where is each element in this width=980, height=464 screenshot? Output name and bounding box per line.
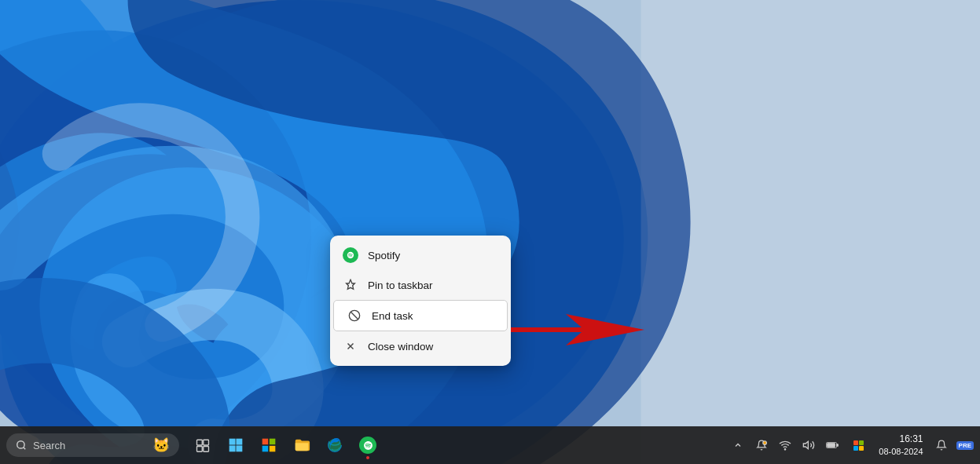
search-label: Search	[33, 440, 65, 451]
store-icon	[261, 437, 277, 453]
taskbar-file-explorer[interactable]	[286, 429, 317, 461]
search-icon	[16, 440, 27, 451]
menu-item-close-window[interactable]: Close window	[330, 331, 511, 361]
svg-line-9	[24, 448, 26, 450]
desktop: Spotify Pin to taskbar End task	[0, 0, 980, 464]
x-icon	[343, 338, 358, 354]
menu-item-end-task[interactable]: End task	[333, 300, 508, 331]
show-hidden-icons-button[interactable]	[728, 435, 748, 455]
svg-rect-13	[204, 447, 209, 452]
battery-icon[interactable]	[822, 435, 842, 455]
menu-item-spotify-label: Spotify	[368, 250, 400, 261]
menu-item-pin-label: Pin to taskbar	[368, 279, 433, 291]
svg-point-8	[17, 441, 24, 448]
cat-icon: 🐱	[152, 437, 170, 454]
windows-logo-icon	[228, 437, 244, 453]
taskbar-start[interactable]	[220, 429, 251, 461]
taskbar: Search 🐱	[0, 426, 980, 464]
svg-marker-25	[804, 441, 809, 448]
clock-date: 08-08-2024	[879, 446, 923, 458]
spotify-taskbar-icon	[359, 437, 376, 454]
svg-rect-28	[837, 444, 839, 447]
svg-rect-27	[828, 444, 835, 448]
clock-area[interactable]: 16:31 08-08-2024	[874, 433, 927, 458]
file-explorer-icon	[293, 437, 310, 454]
svg-rect-17	[236, 445, 242, 451]
svg-point-24	[785, 449, 786, 450]
edge-icon	[326, 437, 343, 454]
context-menu: Spotify Pin to taskbar End task	[330, 236, 511, 366]
svg-rect-14	[229, 439, 236, 445]
menu-item-end-task-label: End task	[372, 310, 413, 322]
taskbar-spotify[interactable]	[352, 429, 384, 461]
svg-rect-10	[197, 440, 203, 445]
pre-badge: PRE	[956, 441, 974, 450]
wallpaper	[0, 0, 980, 464]
svg-rect-19	[270, 439, 276, 445]
svg-rect-20	[262, 446, 269, 452]
search-bar[interactable]: Search 🐱	[6, 433, 179, 457]
wifi-icon[interactable]	[775, 435, 795, 455]
clock-time: 16:31	[900, 433, 923, 446]
menu-item-close-label: Close window	[368, 341, 433, 353]
svg-point-23	[763, 441, 767, 445]
taskbar-edge[interactable]	[319, 429, 351, 461]
svg-rect-16	[229, 445, 236, 451]
system-tray: 16:31 08-08-2024 PRE	[728, 433, 974, 458]
svg-rect-2	[641, 0, 980, 464]
tray-notification-icon[interactable]	[751, 435, 772, 455]
spotify-icon	[343, 247, 358, 263]
notification-bell-icon[interactable]	[931, 435, 952, 455]
volume-icon[interactable]	[798, 435, 819, 455]
menu-item-pin-taskbar[interactable]: Pin to taskbar	[330, 270, 511, 300]
svg-rect-15	[236, 439, 242, 445]
svg-rect-21	[270, 446, 276, 452]
svg-rect-11	[204, 440, 209, 445]
taskbar-store[interactable]	[253, 429, 284, 461]
svg-rect-18	[262, 439, 269, 445]
menu-item-spotify[interactable]: Spotify	[330, 240, 511, 270]
circle-slash-icon	[347, 308, 362, 323]
spotify-active-dot	[366, 456, 369, 459]
taskbar-task-view[interactable]	[187, 429, 218, 461]
pin-icon	[343, 277, 358, 293]
taskbar-center	[187, 429, 384, 461]
windows-badge-icon[interactable]	[846, 435, 871, 455]
svg-line-4	[351, 312, 358, 319]
svg-rect-12	[197, 447, 203, 452]
